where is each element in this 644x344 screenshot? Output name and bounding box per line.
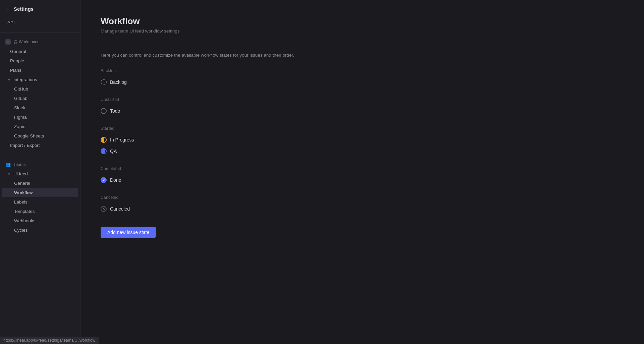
sidebar-item-people[interactable]: People	[2, 56, 78, 65]
sidebar-item-labels[interactable]: Labels	[2, 197, 78, 207]
sidebar-item-github[interactable]: GitHub	[2, 84, 78, 94]
teams-icon: 👥	[5, 162, 11, 167]
divider-2	[0, 155, 80, 155]
state-item-qa[interactable]: QA	[101, 146, 624, 157]
sidebar-item-figma[interactable]: Figma	[2, 113, 78, 122]
section-label-canceled: Canceled	[101, 195, 624, 200]
workspace-label: @ Workspace	[13, 40, 40, 44]
section-label-started: Started	[101, 126, 624, 131]
api-label: API	[7, 20, 15, 25]
sidebar-item-google-sheets[interactable]: Google Sheets	[2, 131, 78, 140]
back-button[interactable]: ←	[5, 6, 10, 12]
inprogress-icon	[101, 137, 107, 143]
state-item-inprogress[interactable]: In Progress	[101, 134, 624, 146]
add-new-issue-state-button[interactable]: Add new issue state	[101, 227, 156, 238]
qa-icon	[101, 148, 107, 154]
collapse-icon: ▼	[7, 78, 11, 81]
workspace-icon: ⊞	[5, 39, 11, 45]
sidebar-item-webhooks[interactable]: Webhooks	[2, 216, 78, 225]
sidebar-item-import-export[interactable]: Import / Export	[2, 141, 78, 150]
qa-label: QA	[110, 149, 117, 154]
sidebar-item-workflow[interactable]: Workflow	[2, 188, 78, 197]
sidebar-item-plans[interactable]: Plans	[2, 66, 78, 75]
section-label-backlog: Backlog	[101, 68, 624, 73]
ui-feed-collapse-icon: ▼	[7, 172, 11, 176]
sidebar: ← Settings API ⊞ @ Workspace General Peo…	[0, 0, 80, 344]
sidebar-item-slack[interactable]: Slack	[2, 103, 78, 112]
team-name: Ui feed	[13, 171, 28, 176]
url-bar: https://linear.app/ui-feed/settings/team…	[0, 337, 99, 344]
divider-1	[0, 32, 80, 33]
sidebar-item-general[interactable]: General	[2, 47, 78, 56]
done-label: Done	[110, 177, 121, 183]
state-group-backlog: Backlog Backlog	[101, 68, 624, 88]
teams-section: 👥 Teams ▼ Ui feed General Workflow Label…	[0, 158, 80, 237]
backlog-icon	[101, 79, 107, 85]
sidebar-item-templates[interactable]: Templates	[2, 207, 78, 216]
canceled-label: Canceled	[110, 206, 130, 212]
section-label-unstarted: Unstarted	[101, 97, 624, 102]
top-section: API	[0, 16, 80, 30]
page-subtitle: Manage team Ui feed workflow settings	[101, 28, 624, 34]
teams-label: Teams	[13, 162, 26, 167]
inprogress-label: In Progress	[110, 137, 134, 142]
done-icon: ✓	[101, 177, 107, 183]
canceled-icon: ✕	[101, 206, 107, 212]
backlog-label: Backlog	[110, 79, 127, 85]
state-group-started: Started In Progress QA	[101, 126, 624, 157]
state-item-canceled[interactable]: ✕ Canceled	[101, 203, 624, 215]
workspace-section-header: ⊞ @ Workspace	[0, 37, 80, 47]
url-text: https://linear.app/ui-feed/settings/team…	[3, 338, 95, 343]
sidebar-item-api[interactable]: API	[2, 18, 78, 27]
header-divider	[101, 43, 624, 43]
description-text: Here you can control and customize the a…	[101, 53, 624, 58]
workspace-section: ⊞ @ Workspace General People Plans ▼ Int…	[0, 35, 80, 152]
sidebar-header: ← Settings	[0, 0, 80, 16]
sidebar-item-gitlab[interactable]: GitLab	[2, 94, 78, 103]
state-item-backlog[interactable]: Backlog	[101, 76, 624, 88]
teams-section-header: 👥 Teams	[0, 160, 80, 169]
page-title: Workflow	[101, 16, 624, 26]
sidebar-item-integrations[interactable]: ▼ Integrations	[2, 75, 78, 84]
sidebar-item-team-general[interactable]: General	[2, 179, 78, 188]
sidebar-item-cycles[interactable]: Cycles	[2, 226, 78, 235]
state-group-completed: Completed ✓ Done	[101, 166, 624, 186]
todo-icon	[101, 108, 107, 114]
sidebar-item-ui-feed[interactable]: ▼ Ui feed	[2, 169, 78, 178]
settings-title: Settings	[14, 6, 34, 12]
sidebar-item-zapier[interactable]: Zapier	[2, 122, 78, 131]
state-group-canceled: Canceled ✕ Canceled	[101, 195, 624, 215]
state-group-unstarted: Unstarted Todo	[101, 97, 624, 117]
todo-label: Todo	[110, 108, 120, 114]
state-item-done[interactable]: ✓ Done	[101, 174, 624, 186]
section-label-completed: Completed	[101, 166, 624, 171]
main-content: Workflow Manage team Ui feed workflow se…	[80, 0, 644, 344]
state-item-todo[interactable]: Todo	[101, 105, 624, 117]
